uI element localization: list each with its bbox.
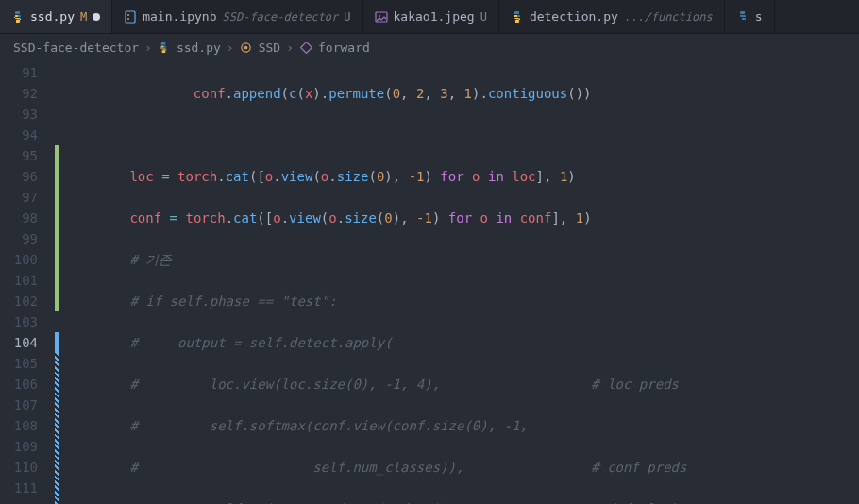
svg-rect-0 — [126, 11, 135, 23]
tab-label: main.ipynb — [143, 9, 216, 24]
python-icon — [11, 10, 25, 24]
svg-point-2 — [127, 18, 129, 20]
chevron-right-icon: › — [227, 41, 234, 55]
python-icon — [158, 41, 171, 54]
dirty-icon — [93, 13, 100, 21]
tab-bar: ssd.py M main.ipynb SSD-face-detector U … — [0, 0, 859, 34]
svg-point-6 — [244, 45, 248, 49]
tab-path: .../functions — [624, 10, 713, 24]
tab-label: detection.py — [530, 9, 618, 24]
tab-path: SSD-face-detector — [222, 10, 338, 24]
image-icon — [375, 10, 388, 24]
svg-point-4 — [379, 15, 380, 17]
tab-label: s — [755, 9, 763, 24]
tab-partial[interactable]: s — [725, 0, 775, 33]
crumb-method[interactable]: forward — [318, 41, 370, 55]
method-icon — [299, 41, 312, 54]
python-icon — [511, 10, 524, 24]
svg-rect-7 — [300, 42, 312, 53]
tab-label: ssd.py — [30, 9, 75, 24]
crumb-file[interactable]: ssd.py — [177, 41, 221, 55]
chevron-right-icon: › — [144, 41, 152, 55]
untracked-badge: U — [344, 10, 350, 24]
crumb-folder[interactable]: SSD-face-detector — [13, 41, 139, 55]
python-icon — [736, 10, 750, 24]
untracked-badge: U — [480, 10, 487, 24]
line-gutter: 919293 949596 979899 100101102 103104105… — [0, 60, 55, 504]
tab-ssd-py[interactable]: ssd.py M — [0, 0, 112, 33]
modified-badge: M — [80, 10, 87, 24]
notebook-icon — [124, 10, 137, 24]
svg-point-1 — [127, 14, 129, 16]
tab-kakao1-jpeg[interactable]: kakao1.jpeg U — [363, 0, 499, 33]
tab-main-ipynb[interactable]: main.ipynb SSD-face-detector U — [112, 0, 362, 33]
tab-detection-py[interactable]: detection.py .../functions — [499, 0, 725, 33]
crumb-class[interactable]: SSD — [259, 41, 280, 55]
class-icon — [240, 41, 253, 54]
tab-label: kakao1.jpeg — [394, 9, 475, 24]
chevron-right-icon: › — [286, 41, 294, 55]
code-editor[interactable]: 919293 949596 979899 100101102 103104105… — [0, 60, 859, 504]
breadcrumb[interactable]: SSD-face-detector › ssd.py › SSD › forwa… — [0, 34, 859, 60]
code-content[interactable]: conf.append(c(x).permute(0, 2, 3, 1).con… — [59, 60, 806, 504]
